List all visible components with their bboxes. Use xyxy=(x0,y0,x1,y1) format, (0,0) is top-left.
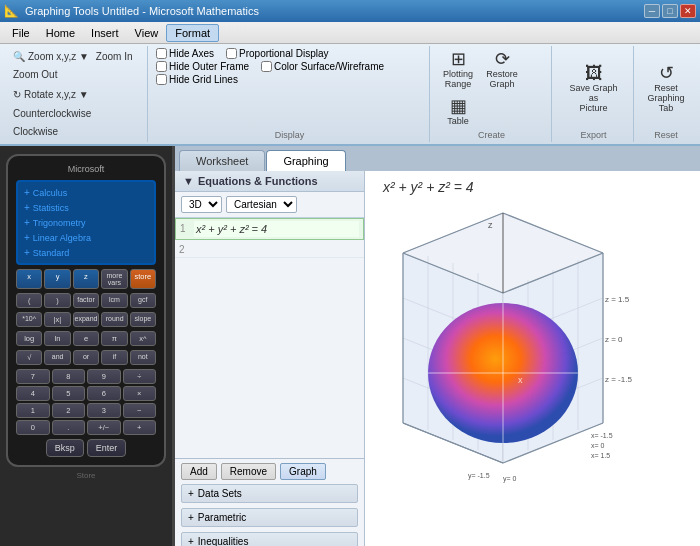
calc-1[interactable]: 1 xyxy=(16,403,50,418)
calc-btn-and[interactable]: and xyxy=(44,350,70,365)
zoom-out[interactable]: Zoom Out xyxy=(10,68,60,81)
calc-btn-store[interactable]: store xyxy=(130,269,156,289)
calc-8[interactable]: 8 xyxy=(52,369,86,384)
svg-text:z = 1.5: z = 1.5 xyxy=(605,295,630,304)
calc-btn-not[interactable]: not xyxy=(130,350,156,365)
color-surface-checkbox[interactable]: Color Surface/Wireframe xyxy=(261,61,384,72)
calc-btn-y[interactable]: y xyxy=(44,269,70,289)
data-sets-section[interactable]: + Data Sets xyxy=(181,484,358,503)
svg-text:z = 0: z = 0 xyxy=(605,335,623,344)
counterclockwise[interactable]: Counterclockwise xyxy=(10,107,94,120)
calc-6[interactable]: 6 xyxy=(87,386,121,401)
plotting-range-button[interactable]: ⊞ Plotting Range xyxy=(438,48,478,91)
calc-add[interactable]: + xyxy=(123,420,157,435)
ribbon-group-export: 🖼 Save Graph as Picture Export xyxy=(554,46,634,142)
calc-btn-z[interactable]: z xyxy=(73,269,99,289)
calc-btn-factor[interactable]: factor xyxy=(73,293,99,308)
calc-sub[interactable]: − xyxy=(123,403,157,418)
calc-5[interactable]: 5 xyxy=(52,386,86,401)
menu-view[interactable]: View xyxy=(127,25,167,41)
graph-area: x² + y² + z² = 4 xyxy=(365,171,700,546)
maximize-button[interactable]: □ xyxy=(662,4,678,18)
calc-btn-lcm[interactable]: lcm xyxy=(101,293,127,308)
calc-7[interactable]: 7 xyxy=(16,369,50,384)
type-select[interactable]: Cartesian xyxy=(226,196,297,213)
menu-insert[interactable]: Insert xyxy=(83,25,127,41)
calc-btn-grid-3: *10^ |x| expand round slope xyxy=(16,312,156,327)
create-items: ⊞ Plotting Range ⟳ Restore Graph ▦ Table xyxy=(438,48,545,128)
calc-mul[interactable]: × xyxy=(123,386,157,401)
calc-dot[interactable]: . xyxy=(52,420,86,435)
calc-0[interactable]: 0 xyxy=(16,420,50,435)
restore-graph-button[interactable]: ⟳ Restore Graph xyxy=(482,48,522,91)
calc-3[interactable]: 3 xyxy=(87,403,121,418)
graphing-tab[interactable]: Graphing xyxy=(266,150,345,171)
svg-text:x: x xyxy=(518,375,523,385)
eq-input-1[interactable]: x² + y² + z² = 4 xyxy=(194,221,359,237)
calc-btn-x[interactable]: x xyxy=(16,269,42,289)
zoom-dropdown[interactable]: 🔍 Zoom x,y,z ▼ xyxy=(10,50,92,63)
dimension-select[interactable]: 3D xyxy=(181,196,222,213)
menu-format[interactable]: Format xyxy=(166,24,219,42)
calc-btn-slope[interactable]: slope xyxy=(130,312,156,327)
hide-axes-checkbox[interactable]: Hide Axes xyxy=(156,48,214,59)
calc-btn-if[interactable]: if xyxy=(101,350,127,365)
proportional-checkbox[interactable]: Proportional Display xyxy=(226,48,329,59)
calc-btn-open-paren[interactable]: ( xyxy=(16,293,42,308)
parametric-section[interactable]: + Parametric xyxy=(181,508,358,527)
minimize-button[interactable]: ─ xyxy=(644,4,660,18)
calc-btn-close-paren[interactable]: ) xyxy=(44,293,70,308)
calc-bksp[interactable]: Bksp xyxy=(46,439,84,457)
equation-list: 1 x² + y² + z² = 4 2 xyxy=(175,218,364,458)
graph-button[interactable]: Graph xyxy=(280,463,326,480)
calc-neg[interactable]: +/− xyxy=(87,420,121,435)
calc-btn-ln[interactable]: ln xyxy=(44,331,70,346)
calc-btn-e[interactable]: e xyxy=(73,331,99,346)
menu-file[interactable]: File xyxy=(4,25,38,41)
calc-bottom-row: Bksp Enter xyxy=(16,439,156,457)
table-button[interactable]: ▦ Table xyxy=(438,95,478,128)
calc-calculus[interactable]: Calculus xyxy=(22,186,150,199)
remove-button[interactable]: Remove xyxy=(221,463,276,480)
calc-btn-xpow[interactable]: x^ xyxy=(130,331,156,346)
calc-2[interactable]: 2 xyxy=(52,403,86,418)
calc-div[interactable]: ÷ xyxy=(123,369,157,384)
hide-grid-checkbox[interactable]: Hide Grid Lines xyxy=(156,74,238,85)
calc-enter[interactable]: Enter xyxy=(87,439,127,457)
menu-home[interactable]: Home xyxy=(38,25,83,41)
calc-btn-gcf[interactable]: gcf xyxy=(130,293,156,308)
calc-btn-or[interactable]: or xyxy=(73,350,99,365)
calc-btn-10x[interactable]: *10^ xyxy=(16,312,42,327)
calc-menu-items: Calculus Statistics Trigonometry Linear … xyxy=(22,186,150,259)
calc-statistics[interactable]: Statistics xyxy=(22,201,150,214)
calc-9[interactable]: 9 xyxy=(87,369,121,384)
equations-collapse-icon[interactable]: ▼ xyxy=(183,175,194,187)
add-button[interactable]: Add xyxy=(181,463,217,480)
calc-btn-round[interactable]: round xyxy=(101,312,127,327)
rotate-dropdown[interactable]: ↻ Rotate x,y,z ▼ xyxy=(10,88,92,101)
calc-standard[interactable]: Standard xyxy=(22,246,150,259)
calc-btn-sqrt[interactable]: √ xyxy=(16,350,42,365)
calc-btn-abs[interactable]: |x| xyxy=(44,312,70,327)
calc-linear-algebra[interactable]: Linear Algebra xyxy=(22,231,150,244)
calc-trigonometry[interactable]: Trigonometry xyxy=(22,216,150,229)
ribbon-group-create: ⊞ Plotting Range ⟳ Restore Graph ▦ Table… xyxy=(432,46,552,142)
save-graph-button[interactable]: 🖼 Save Graph as Picture xyxy=(560,62,627,115)
reset-graphing-tab-button[interactable]: ↺ Reset Graphing Tab xyxy=(642,62,690,115)
close-button[interactable]: ✕ xyxy=(680,4,696,18)
worksheet-tab[interactable]: Worksheet xyxy=(179,150,265,171)
clockwise[interactable]: Clockwise xyxy=(10,125,61,138)
svg-text:x= 0: x= 0 xyxy=(591,442,605,449)
calc-btn-more-vars[interactable]: more vars xyxy=(101,269,127,289)
inequalities-section[interactable]: + Inequalities xyxy=(181,532,358,546)
calc-btn-expand[interactable]: expand xyxy=(73,312,100,327)
calc-btn-log[interactable]: log xyxy=(16,331,42,346)
content-inner: ▼ Equations & Functions 3D Cartesian 1 x… xyxy=(175,171,700,546)
calc-btn-pi[interactable]: π xyxy=(101,331,127,346)
equations-header: ▼ Equations & Functions xyxy=(175,171,364,192)
hide-outer-checkbox[interactable]: Hide Outer Frame xyxy=(156,61,249,72)
zoom-in[interactable]: Zoom In xyxy=(93,50,136,63)
eq-input-2[interactable] xyxy=(193,242,360,246)
calc-4[interactable]: 4 xyxy=(16,386,50,401)
title-bar-text: Graphing Tools Untitled - Microsoft Math… xyxy=(25,5,259,17)
